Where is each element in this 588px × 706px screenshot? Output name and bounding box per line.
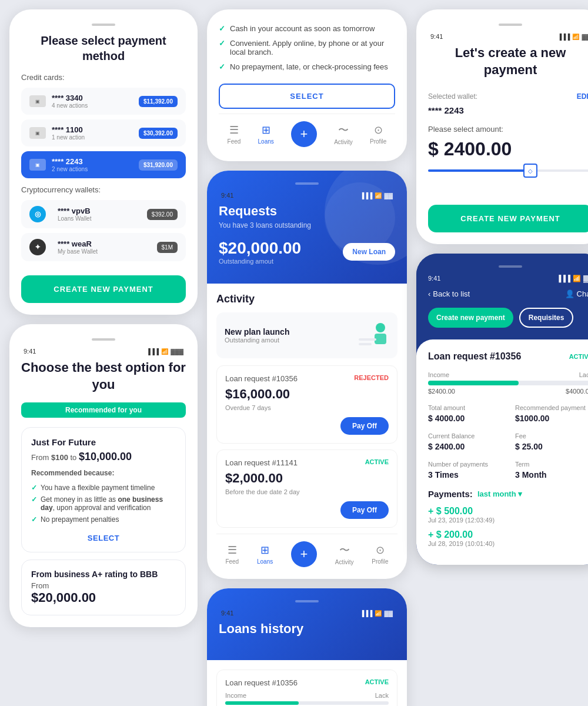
card-icon-3: ▣: [29, 159, 46, 171]
slider-thumb[interactable]: ◇: [523, 164, 537, 178]
crypto-wallet-2[interactable]: ✦ **** weaR My base Wallet $1M: [21, 233, 186, 261]
card-sub-2: 1 new action: [52, 134, 85, 141]
crypto-icon-2: ✦: [29, 239, 46, 255]
nav-loans-2[interactable]: ⊞ Loans: [257, 544, 273, 565]
history-signal: ▐▐▐: [360, 610, 372, 617]
history-loan-number: Loan request #10356: [225, 678, 298, 687]
card-number-3: **** 2243: [52, 157, 88, 166]
period-dropdown[interactable]: last month ▾: [477, 489, 522, 498]
rec-because-label: Recommended because:: [31, 469, 176, 477]
amount-slider[interactable]: ◇: [428, 169, 588, 172]
credit-card-3[interactable]: ▣ **** 2243 2 new actions $31,920.00: [21, 151, 186, 178]
payments-section: Payments: last month ▾ + $ 500.00 Jul 23…: [428, 489, 588, 547]
crypto-wallet-1[interactable]: ◎ **** vpvB Loans Wallet $392.00: [21, 200, 186, 228]
create-payment-btn-detail[interactable]: Create new payment: [428, 308, 513, 328]
crypto-section-label: Cryptocurrency wallets:: [21, 185, 186, 194]
loan-status-active: ACTIVE: [365, 458, 389, 467]
new-payment-title: Let's create a new payment: [428, 45, 588, 78]
new-payment-card: 9:41 ▐▐▐ 📶 ▓▓ Let's create a new payment…: [416, 9, 588, 244]
range-to-label: to: [71, 453, 79, 462]
feed-icon: ☰: [229, 124, 239, 136]
requests-amount-label: Outstanding amout: [219, 258, 301, 265]
back-to-list-button[interactable]: ‹ Back to list: [428, 289, 470, 298]
loan-request-rejected: Loan request #10356 REJECTED $16,000.00 …: [216, 365, 397, 444]
income-label: Income: [428, 371, 449, 378]
payment-date-1: Jul 23, 2019 (12:03:49): [428, 517, 588, 524]
payment-method-card: Please select payment method Credit card…: [9, 9, 198, 315]
income-section: Income Lack $2400.00 $4000.00: [428, 371, 588, 395]
loan-option-2: From business A+ rating to BBB From $20,…: [21, 560, 186, 615]
nav-add-button-1[interactable]: +: [291, 121, 317, 147]
select-button-top[interactable]: SELECT: [219, 84, 395, 109]
loan-detail-status-bar: 9:41 ▐▐▐ 📶 ▓▓: [428, 275, 588, 282]
requests-title: Requests: [219, 204, 395, 219]
check-icon-3: ✓: [31, 515, 37, 524]
loan-request-active: Loan request #11141 ACTIVE $2,000.00 Bef…: [216, 449, 397, 528]
requisites-button[interactable]: Requisites: [519, 308, 574, 328]
requests-amount-row: $20,000.00 Outstanding amout New Loan: [219, 239, 395, 265]
nav-activity-1[interactable]: 〜 Activity: [334, 123, 353, 145]
create-payment-button-2[interactable]: CREATE NEW PAYMENT: [428, 205, 588, 232]
loan-option-2-range: From: [31, 581, 176, 590]
income-from: $2400.00: [428, 388, 455, 395]
wallet-number: **** 2243: [428, 105, 588, 115]
new-loan-button[interactable]: New Loan: [343, 243, 395, 261]
new-plan-card: New plan launch Outstanding amout: [216, 312, 397, 358]
credit-card-1[interactable]: ▣ **** 3340 4 new actions $11,392.00: [21, 88, 186, 115]
wallet-edit-button[interactable]: EDIT: [577, 92, 588, 101]
nav-activity-2[interactable]: 〜 Activity: [335, 543, 354, 565]
nav-profile-2[interactable]: ⊙ Profile: [372, 544, 388, 565]
feature-1: ✓ You have a flexible payment timeline: [31, 482, 176, 494]
crypto-badge-1: $392.00: [147, 209, 178, 220]
nav-loans-1[interactable]: ⊞ Loans: [258, 124, 274, 145]
card-number-2: **** 1100: [52, 125, 85, 134]
loan-detail-status: ACTIVE: [569, 353, 588, 360]
check-green-3: ✓: [219, 62, 225, 71]
history-loan-status: ACTIVE: [365, 678, 389, 687]
svg-rect-2: [359, 338, 376, 341]
wifi-icon: 📶: [161, 348, 168, 355]
create-payment-button-1[interactable]: CREATE NEW PAYMENT: [21, 275, 186, 303]
nav-feed-2[interactable]: ☰ Feed: [225, 544, 239, 565]
check-green-1: ✓: [219, 24, 225, 33]
choose-option-card: 9:41 ▐▐▐ 📶 ▓▓▓ Choose the best option fo…: [9, 324, 198, 627]
np-signal: ▐▐▐: [557, 34, 570, 40]
requests-wifi: 📶: [375, 192, 382, 199]
card-icon-1: ▣: [29, 95, 46, 107]
payment-entry-2: + $ 200.00 Jul 28, 2019 (10:01:40): [428, 530, 588, 547]
card-icon-2: ▣: [29, 127, 46, 139]
income-to: $4000.00: [566, 388, 588, 395]
loan-req-amount-1: $16,000.00: [225, 387, 389, 402]
requests-status-bar: 9:41 ▐▐▐ 📶 ▓▓: [219, 192, 395, 199]
field-term: Term 3 Month: [515, 461, 588, 479]
pay-off-button-1[interactable]: Pay Off: [340, 417, 389, 435]
income-progress-fill: [428, 381, 519, 385]
loan-detail-header: 9:41 ▐▐▐ 📶 ▓▓ ‹ Back to list 👤 Chat: [416, 254, 588, 339]
wallet-row: Selected wallet: EDIT: [428, 92, 588, 101]
nav-profile-1[interactable]: ⊙ Profile: [370, 124, 386, 145]
nav-add-button-2[interactable]: +: [291, 541, 317, 567]
requests-amount: $20,000.00: [219, 239, 301, 258]
partial-top-card: ✓ Cash in your account as soon as tomorr…: [207, 9, 407, 161]
field-total-amount: Total amount $ 4000.00: [428, 404, 506, 423]
pay-off-button-2[interactable]: Pay Off: [340, 501, 389, 519]
loan-detail-body: Loan request #10356 ACTIVE Income Lack $…: [416, 339, 588, 565]
status-bar-2: 9:41 ▐▐▐ 📶 ▓▓▓: [21, 348, 186, 355]
loan-req-number-1: Loan request #10356: [225, 374, 298, 383]
notch-4: [295, 600, 319, 602]
credit-card-2[interactable]: ▣ **** 1100 1 new action $30,392.00: [21, 119, 186, 146]
feature-3: ✓ No prepayment penalties: [31, 514, 176, 525]
income-progress-bar: [428, 381, 588, 385]
select-link-1[interactable]: SELECT: [31, 534, 176, 542]
signal-icon: ▐▐▐: [146, 348, 159, 355]
np-wifi: 📶: [572, 34, 579, 40]
card-sub-1: 4 new actions: [52, 102, 88, 109]
history-title: Loans history: [219, 621, 395, 637]
notch: [92, 24, 115, 26]
chat-button[interactable]: 👤 Chat: [565, 289, 588, 298]
loan-req-detail-1: Overdue 7 days: [225, 404, 389, 411]
nav-feed-1[interactable]: ☰ Feed: [228, 124, 241, 145]
action-buttons: Create new payment Requisites: [428, 308, 588, 328]
loan-req-number-2: Loan request #11141: [225, 458, 298, 467]
income-amounts: $2400.00 $4000.00: [428, 388, 588, 395]
